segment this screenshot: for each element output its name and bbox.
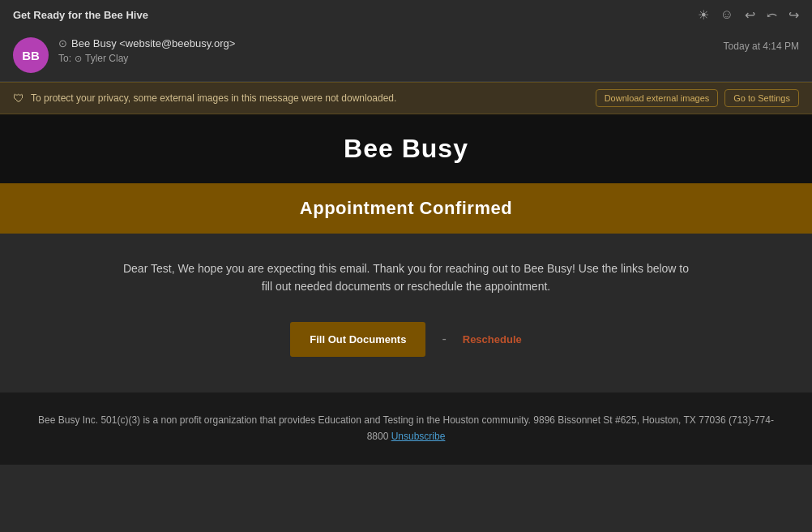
download-images-button[interactable]: Download external images bbox=[596, 89, 719, 107]
reschedule-button[interactable]: Reschedule bbox=[463, 333, 522, 345]
privacy-notice-text-area: 🛡 To protect your privacy, some external… bbox=[13, 92, 396, 105]
go-to-settings-button[interactable]: Go to Settings bbox=[724, 89, 799, 107]
email-body: Bee Busy Appointment Confirmed Dear Test… bbox=[0, 114, 812, 465]
fill-documents-button[interactable]: Fill Out Documents bbox=[290, 322, 425, 357]
to-icon: ⊙ bbox=[75, 54, 82, 64]
email-content-area: Dear Test, We hope you are expecting thi… bbox=[0, 234, 812, 393]
recipient-name: Tyler Clay bbox=[85, 53, 128, 64]
cta-separator: - bbox=[442, 332, 446, 346]
sender-to: To: ⊙ Tyler Clay bbox=[58, 53, 235, 64]
email-brand-header: Bee Busy bbox=[0, 114, 812, 183]
email-body-text: Dear Test, We hope you are expecting thi… bbox=[122, 260, 690, 296]
sender-name: ⊙ Bee Busy <website@beebusy.org> bbox=[58, 37, 235, 49]
privacy-banner: 🛡 To protect your privacy, some external… bbox=[0, 82, 812, 114]
email-footer: Bee Busy Inc. 501(c)(3) is a non profit … bbox=[0, 393, 812, 465]
brand-title: Bee Busy bbox=[13, 134, 799, 164]
titlebar-actions: ☀ ☺ ↩ ⤺ ↪ bbox=[698, 7, 799, 23]
confirmation-banner: Appointment Confirmed bbox=[0, 183, 812, 234]
sender-info: ⊙ Bee Busy <website@beebusy.org> To: ⊙ T… bbox=[58, 37, 235, 64]
cta-row: Fill Out Documents - Reschedule bbox=[32, 322, 780, 357]
footer-text: Bee Busy Inc. 501(c)(3) is a non profit … bbox=[32, 412, 780, 445]
emoji-icon[interactable]: ☺ bbox=[720, 7, 733, 22]
privacy-banner-actions: Download external images Go to Settings bbox=[596, 89, 799, 107]
email-header-left: BB ⊙ Bee Busy <website@beebusy.org> To: … bbox=[13, 37, 235, 73]
reply-all-icon[interactable]: ⤺ bbox=[767, 7, 777, 23]
to-label: To: bbox=[58, 53, 71, 64]
reply-icon[interactable]: ↩ bbox=[745, 7, 755, 23]
privacy-notice-text: To protect your privacy, some external i… bbox=[31, 92, 396, 104]
forward-icon[interactable]: ↪ bbox=[788, 7, 799, 23]
email-subject-title: Get Ready for the Bee Hive bbox=[13, 9, 148, 21]
brightness-icon[interactable]: ☀ bbox=[698, 7, 709, 23]
email-timestamp: Today at 4:14 PM bbox=[724, 37, 799, 52]
unsubscribe-link[interactable]: Unsubscribe bbox=[391, 431, 446, 442]
confirmation-text: Appointment Confirmed bbox=[13, 198, 799, 219]
shield-icon: 🛡 bbox=[13, 92, 24, 105]
verified-icon: ⊙ bbox=[58, 37, 67, 49]
email-header: BB ⊙ Bee Busy <website@beebusy.org> To: … bbox=[0, 29, 812, 82]
avatar: BB bbox=[13, 37, 49, 73]
titlebar: Get Ready for the Bee Hive ☀ ☺ ↩ ⤺ ↪ bbox=[0, 0, 812, 29]
